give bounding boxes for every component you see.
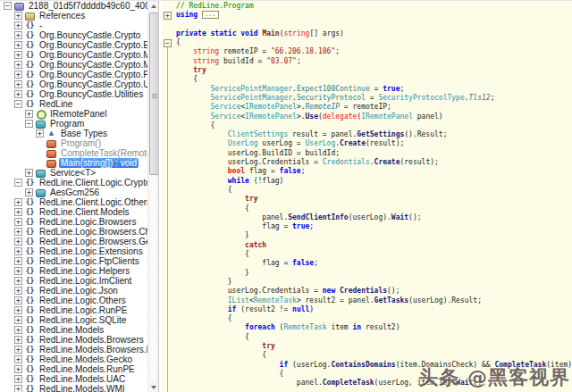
tree-item[interactable]: CompleteTask(RemoteTask) : bool xyxy=(0,148,147,158)
expand-icon[interactable]: + xyxy=(14,80,22,88)
tree-item-label[interactable]: CompleteTask(RemoteTask) : bool xyxy=(59,148,147,158)
expand-icon[interactable]: + xyxy=(14,306,22,314)
code-editor[interactable]: // RedLine.Programusing ...private stati… xyxy=(176,2,572,388)
expand-icon[interactable]: + xyxy=(14,228,22,236)
expand-icon[interactable]: + xyxy=(14,287,22,295)
tree-item[interactable]: Program() xyxy=(0,138,147,148)
tree-scrollbar[interactable] xyxy=(147,1,159,392)
expand-icon[interactable]: + xyxy=(14,51,22,59)
tree-item-label[interactable]: Program() xyxy=(59,138,103,148)
tree-item[interactable]: −{}RedLine.Client.Logic.Crypto xyxy=(0,178,147,188)
tree-item-label[interactable]: Org.BouncyCastle.Crypto.Modes xyxy=(38,50,147,60)
tree-item[interactable]: +{}RedLine.Logic.FtpClients xyxy=(0,256,147,266)
expand-icon[interactable]: + xyxy=(25,169,33,177)
tree-item[interactable]: +{}RedLine.Models xyxy=(0,325,147,335)
tree-item-label[interactable]: RedLine.Models.Browsers xyxy=(38,335,146,345)
expand-icon[interactable]: + xyxy=(14,238,22,246)
expand-icon[interactable]: + xyxy=(14,316,22,324)
expand-icon[interactable]: + xyxy=(14,247,22,255)
fold-expand-icon[interactable]: + xyxy=(164,12,172,20)
tree-item-label[interactable]: RedLine.Logic.Json xyxy=(38,286,120,296)
tree-item[interactable]: +{}Org.BouncyCastle.Crypto xyxy=(0,30,147,40)
tree-item[interactable]: +{}Org.BouncyCastle.Crypto.Modes.Gcm xyxy=(0,60,147,70)
tree-item[interactable]: +IRemotePanel xyxy=(0,109,147,119)
tree-item[interactable]: +{}RedLine.Client.Logic.Others xyxy=(0,197,147,207)
collapse-icon[interactable]: − xyxy=(4,2,12,10)
collapse-icon[interactable]: − xyxy=(14,179,22,187)
tree-item-label[interactable]: RedLine.Logic.RunPE xyxy=(38,305,129,315)
expand-icon[interactable]: + xyxy=(14,296,22,304)
expand-icon[interactable]: + xyxy=(14,61,22,69)
collapse-icon[interactable]: − xyxy=(25,120,33,128)
tree-item-label[interactable]: RedLine.Models.Browsers.Edge xyxy=(38,345,147,354)
expand-icon[interactable]: + xyxy=(14,90,22,98)
tree-item[interactable]: +{}RedLine.Models.Gecko xyxy=(0,354,147,364)
tree-item[interactable]: +{}Org.BouncyCastle.Crypto.Engines xyxy=(0,40,147,50)
tree-item[interactable]: +{}RedLine.Models.UAC xyxy=(0,374,147,384)
tree-item-label[interactable]: Org.BouncyCastle.Utilities xyxy=(38,89,145,99)
tree-item-label[interactable]: RedLine.Client.Logic.Crypto xyxy=(38,178,147,188)
fold-collapse-icon[interactable]: − xyxy=(164,39,172,47)
tree-item-label[interactable]: Service<T> xyxy=(48,168,97,178)
tree-item[interactable]: +{}RedLine.Logic.Json xyxy=(0,286,147,296)
expand-icon[interactable]: + xyxy=(14,336,22,344)
tree-item-label[interactable]: RedLine.Logic.ImClient xyxy=(38,276,133,286)
expand-icon[interactable]: + xyxy=(14,21,22,29)
tree-item[interactable]: +▲Base Types xyxy=(0,129,147,138)
expand-icon[interactable]: + xyxy=(14,326,22,334)
expand-icon[interactable]: + xyxy=(36,129,44,138)
tree-item-label[interactable]: RedLine.Models xyxy=(38,325,105,335)
tree-item[interactable]: +{}Org.BouncyCastle.Crypto.Modes xyxy=(0,50,147,60)
tree-item-label[interactable]: RedLine.Logic.Browsers.Chromium xyxy=(38,227,147,237)
tree-item-label[interactable]: RedLine.Logic.Others xyxy=(38,296,128,305)
expand-icon[interactable]: + xyxy=(14,375,22,383)
tree-item-label[interactable]: RedLine.Models.Gecko xyxy=(38,354,134,364)
expand-icon[interactable]: + xyxy=(14,12,22,20)
expand-icon[interactable]: + xyxy=(14,31,22,39)
tree-item[interactable]: +{}Org.BouncyCastle.Crypto.Utilities xyxy=(0,79,147,89)
tree-item-label[interactable]: RedLine.Logic.Helpers xyxy=(38,266,131,276)
tree-item-label[interactable]: References xyxy=(38,11,87,21)
tree-item-label[interactable]: RedLine.Models.UAC xyxy=(38,374,127,384)
tree-item-label[interactable]: - xyxy=(38,21,44,30)
expand-icon[interactable]: + xyxy=(14,218,22,226)
tree-item-label[interactable]: Org.BouncyCastle.Crypto.Modes.Gcm xyxy=(38,60,147,70)
tree-item[interactable]: +{}RedLine.Models.WMI xyxy=(0,384,147,392)
expand-icon[interactable]: + xyxy=(25,188,33,196)
expand-icon[interactable]: + xyxy=(14,208,22,216)
tree-item[interactable]: +{}RedLine.Logic.SQLite xyxy=(0,315,147,325)
tree-item-label[interactable]: 2188_01d5f7ddddb49c60_400000 (1.0.0.0) xyxy=(27,1,147,11)
scrollbar-thumb[interactable] xyxy=(149,13,159,175)
expand-icon[interactable]: + xyxy=(14,385,22,392)
tree-item[interactable]: +{}RedLine.Logic.Browsers.Chromium xyxy=(0,227,147,237)
tree-item-label[interactable]: RedLine.Models.WMI xyxy=(38,384,127,392)
collapsed-usings-box[interactable]: ... xyxy=(202,11,219,19)
tree-item[interactable]: +{}RedLine.Logic.Helpers xyxy=(0,266,147,276)
tree-item[interactable]: +{}RedLine.Logic.Browsers.Gecko xyxy=(0,237,147,246)
expand-icon[interactable]: + xyxy=(14,277,22,285)
expand-icon[interactable]: + xyxy=(14,41,22,49)
expand-icon[interactable]: + xyxy=(14,198,22,206)
tree-item-label[interactable]: Org.BouncyCastle.Crypto.Utilities xyxy=(38,79,147,89)
tree-item-label[interactable]: RedLine.Models.RunPE xyxy=(38,364,137,374)
tree-item-label[interactable]: RedLine.Logic.Browsers xyxy=(38,217,138,227)
tree-item[interactable]: +{}RedLine.Logic.RunPE xyxy=(0,305,147,315)
tree-item-label[interactable]: RedLine.Client.Models xyxy=(38,207,131,217)
tree-item[interactable]: +{}RedLine.Logic.Extensions xyxy=(0,246,147,256)
tree-item[interactable]: +{}RedLine.Logic.Others xyxy=(0,296,147,305)
tree-item-label[interactable]: RedLine.Logic.Extensions xyxy=(38,246,145,256)
tree-item-label[interactable]: Program xyxy=(48,119,86,129)
tree-item[interactable]: +{}RedLine.Logic.ImClient xyxy=(0,276,147,286)
tree-item-label[interactable]: RedLine.Logic.FtpClients xyxy=(38,256,141,266)
tree-item[interactable]: +AesGcm256 xyxy=(0,188,147,197)
tree-item[interactable]: +{}Org.BouncyCastle.Crypto.Parameters xyxy=(0,70,147,79)
tree-item[interactable]: −{}RedLine xyxy=(0,99,147,109)
expand-icon[interactable]: + xyxy=(14,365,22,373)
expand-icon[interactable]: + xyxy=(14,71,22,79)
tree-item-label[interactable]: IRemotePanel xyxy=(48,109,108,119)
tree-item[interactable]: +{}RedLine.Logic.Browsers xyxy=(0,217,147,227)
tree-item[interactable]: −Program xyxy=(0,119,147,129)
tree-item[interactable]: +{}RedLine.Client.Models xyxy=(0,207,147,217)
tree-item[interactable]: +References xyxy=(0,11,147,21)
tree-item-label[interactable]: AesGcm256 xyxy=(48,188,101,197)
